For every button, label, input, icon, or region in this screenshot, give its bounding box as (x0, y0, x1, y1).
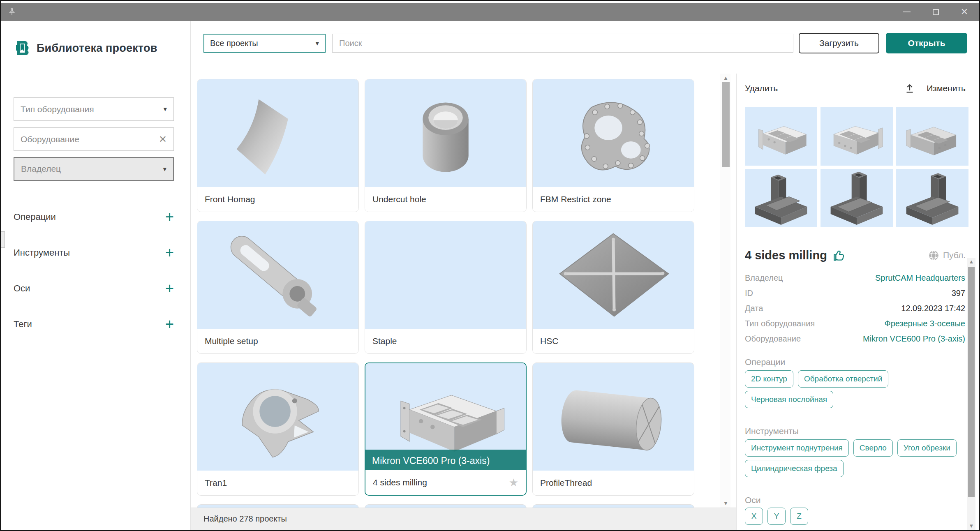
minimize-button[interactable] (892, 3, 921, 21)
tag-operation[interactable]: Обработка отверстий (798, 370, 888, 388)
sidebar-section-operations[interactable]: Операции + (14, 208, 174, 226)
tag-operation[interactable]: 2D контур (745, 370, 793, 388)
card-title: Front Homag (205, 194, 255, 204)
part-thumbnail-3[interactable] (896, 107, 968, 166)
machine-thumbnail-1[interactable] (745, 169, 817, 227)
project-preview (533, 79, 694, 188)
project-preview (197, 363, 358, 471)
equipment-type-placeholder: Тип оборудования (21, 104, 94, 114)
field-date: Дата 12.09.2023 17:42 (745, 304, 965, 316)
tag-tool[interactable]: Угол обрезки (897, 439, 957, 457)
sidebar-section-tags[interactable]: Теги + (14, 315, 174, 333)
scrollbar-thumb[interactable] (968, 267, 975, 497)
project-grid: Front Homag (191, 74, 736, 530)
machine-thumbnail-3[interactable] (896, 169, 968, 227)
field-equipment-type: Тип оборудования Фрезерные 3-осевые (745, 319, 965, 331)
grid-scrollbar[interactable]: ▲ ▼ (721, 74, 730, 508)
field-owner: Владелец SprutCAM Headquarters (745, 273, 965, 286)
statusbar: Найдено 278 проекты (191, 508, 736, 530)
clear-icon[interactable]: ✕ (159, 134, 167, 144)
plus-icon[interactable]: + (165, 245, 174, 260)
tag-tool[interactable]: Инструмент поднутрения (745, 439, 849, 457)
edge-handle[interactable] (1, 231, 5, 248)
close-icon: ✕ (961, 7, 968, 16)
field-value[interactable]: SprutCAM Headquarters (875, 273, 965, 283)
edit-button[interactable]: Изменить (927, 83, 966, 93)
group-operations-label: Операции (745, 357, 785, 367)
chevron-down-icon: ▾ (163, 165, 166, 173)
part-thumbnail-2[interactable] (821, 107, 893, 166)
scroll-up-icon[interactable]: ▲ (721, 75, 730, 81)
details-scrollbar[interactable]: ▲ ▼ (967, 258, 975, 530)
tag-tool[interactable]: Цилиндрическая фреза (745, 460, 844, 477)
tag-axis-z[interactable]: Z (790, 508, 808, 525)
project-preview (533, 363, 694, 471)
machine-thumbnail-2[interactable] (821, 169, 893, 227)
project-card-multiple-setup[interactable]: Multiple setup (197, 221, 359, 354)
scroll-up-icon[interactable]: ▲ (967, 259, 975, 265)
project-preview (365, 79, 526, 188)
project-card-fbm-restrict-zone[interactable]: FBM Restrict zone (532, 79, 694, 212)
section-label: Теги (14, 319, 32, 330)
project-card-hsc[interactable]: HSC (532, 221, 694, 354)
project-card-undercut-hole[interactable]: Undercut hole (365, 79, 527, 212)
search-input[interactable] (332, 34, 793, 53)
results-count: Найдено 278 проекты (203, 514, 287, 524)
projects-filter-select[interactable]: Все проекты ▾ (203, 34, 326, 53)
field-label: Дата (745, 304, 763, 313)
plus-icon[interactable]: + (165, 281, 174, 296)
plus-icon[interactable]: + (165, 210, 174, 224)
project-card-profilethread[interactable]: ProfileThread (532, 362, 694, 496)
project-library-window: ✕ Библиотека проектов Тип оборудования ▾ (0, 0, 980, 531)
scrollbar-thumb[interactable] (722, 82, 730, 167)
plus-icon[interactable]: + (165, 317, 174, 332)
delete-button[interactable]: Удалить (745, 83, 778, 93)
project-card-staple[interactable]: Staple (365, 221, 527, 354)
thumbs-up-icon[interactable] (832, 249, 845, 262)
open-button[interactable]: Открыть (886, 33, 967, 53)
project-card-front-homag[interactable]: Front Homag (197, 79, 359, 212)
field-value[interactable]: Mikron VCE600 Pro (3-axis) (863, 334, 965, 344)
project-preview (533, 221, 694, 330)
titlebar[interactable]: ✕ (1, 3, 979, 21)
owner-select[interactable]: Владелец ▾ (14, 157, 174, 181)
card-title: Staple (372, 336, 397, 346)
group-axes-label: Оси (745, 495, 761, 505)
project-card-tran1[interactable]: Tran1 (197, 362, 359, 496)
maximize-button[interactable] (921, 3, 950, 21)
details-panel: Удалить Изменить (736, 74, 979, 530)
app-title: Библиотека проектов (37, 42, 157, 55)
globe-icon (928, 250, 939, 261)
publish-label: Публ. (943, 250, 966, 260)
card-title: HSC (540, 336, 558, 346)
share-upload-icon[interactable] (904, 82, 916, 95)
equipment-type-select[interactable]: Тип оборудования ▾ (14, 97, 174, 121)
field-value: 397 (952, 289, 965, 298)
equipment-select[interactable]: Оборудование ✕ (14, 127, 174, 151)
maximize-icon (933, 9, 939, 15)
section-label: Операции (14, 212, 56, 222)
project-title: 4 sides milling (745, 249, 827, 262)
project-card-4-sides-milling-selected[interactable]: Mikron VCE600 Pro (3-axis) 4 sides milli… (365, 362, 527, 496)
scroll-down-icon[interactable]: ▼ (967, 523, 975, 529)
scroll-down-icon[interactable]: ▼ (721, 500, 730, 506)
upload-project-button[interactable]: Загрузить (799, 33, 879, 53)
card-title: ProfileThread (540, 478, 592, 488)
tag-axis-x[interactable]: X (745, 508, 763, 525)
close-button[interactable]: ✕ (950, 3, 979, 21)
sidebar-section-tools[interactable]: Инструменты + (14, 244, 174, 262)
group-tools-label: Инструменты (745, 426, 799, 436)
field-value[interactable]: Фрезерные 3-осевые (885, 319, 965, 328)
tag-tool[interactable]: Сверло (853, 439, 893, 457)
tag-axis-y[interactable]: Y (767, 508, 786, 525)
pin-icon[interactable] (7, 7, 17, 17)
part-thumbnail-1[interactable] (745, 107, 817, 166)
card-title: FBM Restrict zone (540, 194, 611, 204)
tag-operation[interactable]: Черновая послойная (745, 391, 833, 408)
sidebar-section-axes[interactable]: Оси + (14, 279, 174, 298)
content: Все проекты ▾ Загрузить Открыть (191, 21, 979, 530)
sidebar: Библиотека проектов Тип оборудования ▾ О… (1, 21, 191, 530)
section-label: Инструменты (14, 247, 70, 258)
equipment-placeholder: Оборудование (21, 134, 79, 144)
favorite-star-icon[interactable]: ★ (509, 476, 518, 489)
